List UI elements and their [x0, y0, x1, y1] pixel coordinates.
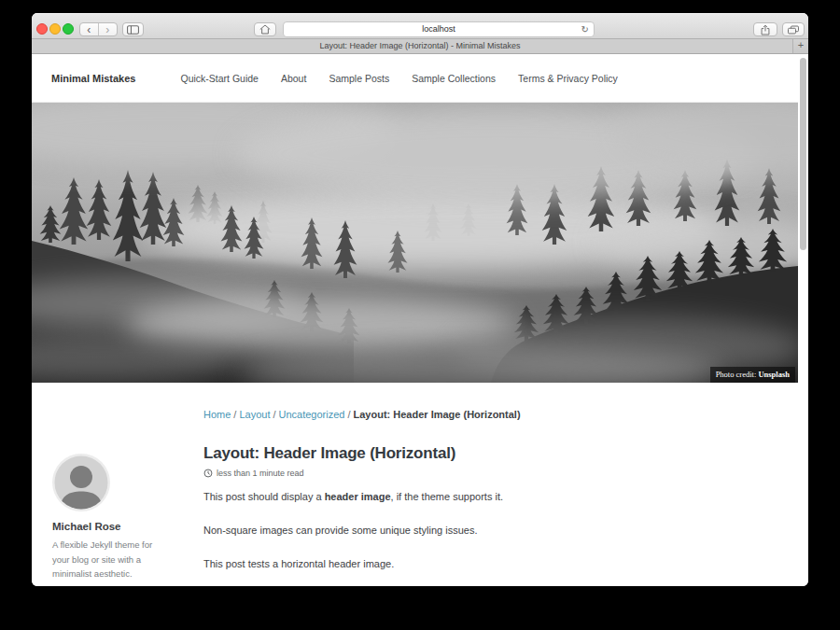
article-body: This post should display a header image,… — [203, 490, 751, 570]
photo-credit: Photo credit: Unsplash — [710, 367, 795, 383]
breadcrumb-home-link[interactable]: Home — [203, 409, 231, 420]
foggy-forest-illustration — [32, 103, 798, 383]
article-main: Home/Layout/Uncategorized/Layout: Header… — [203, 409, 798, 586]
web-page: Minimal Mistakes Quick-Start Guide About… — [32, 54, 798, 586]
safari-window: ‹ › localhost ↻ — [32, 13, 808, 586]
breadcrumb-separator: / — [233, 409, 236, 420]
url-text: localhost — [422, 24, 455, 34]
active-tab[interactable]: Layout: Header Image (Horizontal) - Mini… — [32, 39, 808, 53]
share-button[interactable] — [753, 22, 777, 36]
header-image: Photo credit: Unsplash — [32, 103, 798, 383]
breadcrumb: Home/Layout/Uncategorized/Layout: Header… — [203, 409, 751, 420]
history-nav-group: ‹ › — [79, 22, 118, 36]
read-time-meta: less than 1 minute read — [203, 469, 751, 478]
paragraph: This post should display a header image,… — [203, 490, 751, 503]
breadcrumb-separator: / — [273, 409, 275, 420]
read-time-text: less than 1 minute read — [217, 469, 304, 478]
breadcrumb-current: Layout: Header Image (Horizontal) — [354, 409, 521, 420]
back-button[interactable]: ‹ — [80, 23, 99, 35]
minimize-window-button[interactable] — [49, 23, 61, 35]
page-title: Layout: Header Image (Horizontal) — [203, 444, 751, 463]
forward-button[interactable]: › — [99, 23, 118, 35]
article-layout: Michael Rose A flexible Jekyll theme for… — [32, 383, 798, 586]
nav-item-quick-start-guide[interactable]: Quick-Start Guide — [180, 73, 258, 84]
site-masthead: Minimal Mistakes Quick-Start Guide About… — [32, 54, 798, 103]
refresh-icon[interactable]: ↻ — [581, 22, 589, 36]
tab-overview-button[interactable] — [782, 22, 805, 36]
nav-item-sample-posts[interactable]: Sample Posts — [329, 73, 389, 84]
paragraph: Non-square images can provide some uniqu… — [203, 524, 751, 537]
nav-item-terms-privacy[interactable]: Terms & Privacy Policy — [518, 73, 618, 84]
breadcrumb-uncategorized-link[interactable]: Uncategorized — [279, 409, 345, 420]
close-window-button[interactable] — [36, 23, 48, 35]
site-title-link[interactable]: Minimal Mistakes — [51, 73, 135, 84]
address-bar[interactable]: localhost ↻ — [283, 21, 595, 37]
author-name: Michael Rose — [52, 521, 187, 532]
tabs-icon — [788, 25, 799, 35]
nav-item-about[interactable]: About — [281, 73, 306, 84]
author-bio: A flexible Jekyll theme for your blog or… — [52, 538, 162, 581]
vertical-scrollbar[interactable] — [800, 58, 806, 250]
nav-item-sample-collections[interactable]: Sample Collections — [412, 73, 496, 84]
masthead-nav: Quick-Start Guide About Sample Posts Sam… — [180, 73, 617, 84]
share-icon — [761, 24, 770, 35]
sidebar-toggle-button[interactable] — [122, 22, 144, 36]
breadcrumb-separator: / — [347, 409, 350, 420]
browser-viewport: Minimal Mistakes Quick-Start Guide About… — [32, 54, 808, 586]
avatar — [52, 454, 110, 511]
author-sidebar: Michael Rose A flexible Jekyll theme for… — [32, 409, 203, 586]
new-tab-button[interactable]: + — [792, 39, 808, 53]
tab-bar: Layout: Header Image (Horizontal) - Mini… — [32, 39, 808, 54]
photo-credit-source: Unsplash — [758, 370, 790, 379]
breadcrumb-layout-link[interactable]: Layout — [239, 409, 270, 420]
paragraph: This post tests a horizontal header imag… — [203, 557, 751, 570]
sidebar-icon — [127, 25, 139, 35]
clock-icon — [203, 469, 213, 478]
browser-toolbar: ‹ › localhost ↻ — [32, 13, 808, 39]
chevron-right-icon: › — [105, 24, 109, 35]
desktop-background: ‹ › localhost ↻ — [0, 0, 840, 630]
chevron-left-icon: ‹ — [87, 24, 91, 35]
zoom-window-button[interactable] — [63, 23, 74, 35]
photo-credit-label: Photo credit: — [716, 370, 757, 379]
avatar-silhouette-icon — [52, 454, 110, 511]
home-icon — [259, 24, 271, 35]
home-button[interactable] — [254, 22, 276, 36]
